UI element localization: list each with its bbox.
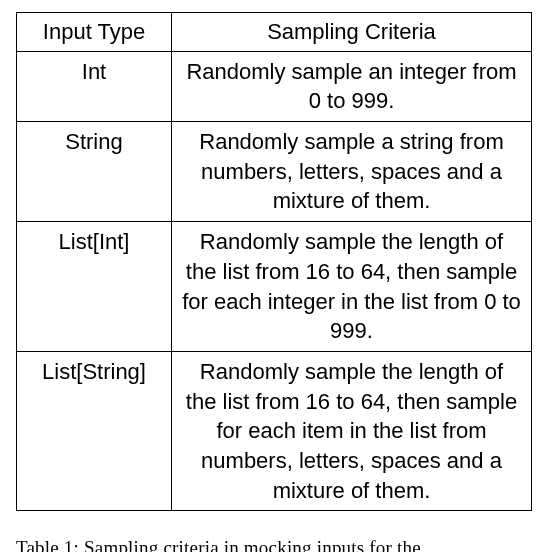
table-row: String Randomly sample a string from num… xyxy=(17,122,532,222)
header-sampling-criteria: Sampling Criteria xyxy=(172,13,532,52)
header-input-type: Input Type xyxy=(17,13,172,52)
cell-criteria: Randomly sample an integer from 0 to 999… xyxy=(172,51,532,121)
cell-criteria: Randomly sample the length of the list f… xyxy=(172,222,532,352)
sampling-criteria-table: Input Type Sampling Criteria Int Randoml… xyxy=(16,12,532,511)
cell-input-type: String xyxy=(17,122,172,222)
table-row: List[Int] Randomly sample the length of … xyxy=(17,222,532,352)
caption-text: Sampling criteria in mocking inputs for … xyxy=(84,537,421,552)
cell-input-type: Int xyxy=(17,51,172,121)
table-header-row: Input Type Sampling Criteria xyxy=(17,13,532,52)
cell-criteria: Randomly sample the length of the list f… xyxy=(172,351,532,510)
cell-input-type: List[Int] xyxy=(17,222,172,352)
table-row: Int Randomly sample an integer from 0 to… xyxy=(17,51,532,121)
cell-criteria: Randomly sample a string from numbers, l… xyxy=(172,122,532,222)
table-caption: Table 1: Sampling criteria in mocking in… xyxy=(16,537,532,552)
table-row: List[String] Randomly sample the length … xyxy=(17,351,532,510)
caption-prefix: Table 1: xyxy=(16,537,79,552)
cell-input-type: List[String] xyxy=(17,351,172,510)
